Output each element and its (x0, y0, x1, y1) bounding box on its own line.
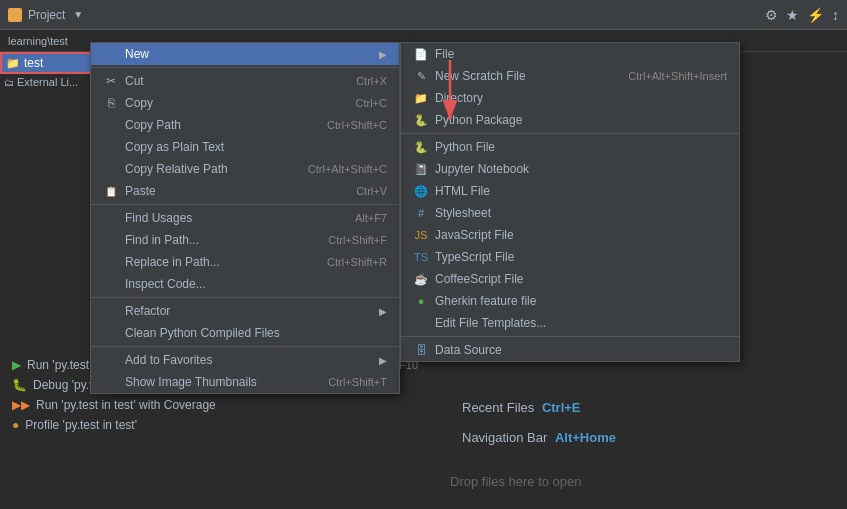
submenu-item-edit-templates[interactable]: Edit File Templates... (401, 312, 739, 334)
find-usages-icon (103, 210, 119, 226)
new-icon (103, 46, 119, 62)
refactor-arrow-icon: ▶ (379, 306, 387, 317)
submenu-item-python-package[interactable]: 🐍 Python Package (401, 109, 739, 131)
menu-item-favorites[interactable]: Add to Favorites ▶ (91, 349, 399, 371)
menu-item-find-usages[interactable]: Find Usages Alt+F7 (91, 207, 399, 229)
datasource-icon: 🗄 (413, 342, 429, 358)
context-menu: New ▶ ✂ Cut Ctrl+X ⎘ Copy Ctrl+C Copy Pa… (90, 42, 400, 394)
refactor-icon (103, 303, 119, 319)
jupyter-icon: 📓 (413, 161, 429, 177)
cut-icon: ✂ (103, 73, 119, 89)
html-label: HTML File (435, 184, 727, 198)
menu-item-thumbnails[interactable]: Show Image Thumbnails Ctrl+Shift+T (91, 371, 399, 393)
copy-relative-shortcut: Ctrl+Alt+Shift+C (308, 163, 387, 175)
find-path-icon (103, 232, 119, 248)
menu-item-replace[interactable]: Replace in Path... Ctrl+Shift+R (91, 251, 399, 273)
ext-lib-icon: 🗂 (4, 77, 14, 88)
menu-item-refactor[interactable]: Refactor ▶ (91, 300, 399, 322)
submenu-item-html[interactable]: 🌐 HTML File (401, 180, 739, 202)
paste-icon: 📋 (103, 183, 119, 199)
project-title: Project (28, 8, 65, 22)
file-label: File (435, 47, 727, 61)
menu-item-clean[interactable]: Clean Python Compiled Files (91, 322, 399, 344)
scratch-shortcut: Ctrl+Alt+Shift+Insert (628, 70, 727, 82)
python-package-icon: 🐍 (413, 112, 429, 128)
javascript-icon: JS (413, 227, 429, 243)
submenu-item-scratch[interactable]: ✎ New Scratch File Ctrl+Alt+Shift+Insert (401, 65, 739, 87)
menu-item-copy[interactable]: ⎘ Copy Ctrl+C (91, 92, 399, 114)
drop-zone-label: Drop files here to open (450, 474, 582, 489)
cut-shortcut: Ctrl+X (356, 75, 387, 87)
stylesheet-icon: # (413, 205, 429, 221)
clean-icon (103, 325, 119, 341)
ext-lib-label: External Li... (17, 76, 78, 88)
submenu-item-gherkin[interactable]: ● Gherkin feature file (401, 290, 739, 312)
new-label: New (125, 47, 379, 61)
copy-plain-icon (103, 139, 119, 155)
recent-files-label: Recent Files (462, 400, 534, 415)
thumbnails-label: Show Image Thumbnails (125, 375, 308, 389)
find-path-label: Find in Path... (125, 233, 308, 247)
test-folder-icon: 📁 (6, 57, 20, 70)
favorites-label: Add to Favorites (125, 353, 379, 367)
gherkin-icon: ● (413, 293, 429, 309)
project-folder-icon (8, 8, 22, 22)
python-file-icon: 🐍 (413, 139, 429, 155)
toolbar: Project ▼ ⚙ ★ ⚡ ↕ (0, 0, 847, 30)
scratch-label: New Scratch File (435, 69, 628, 83)
separator-1 (91, 67, 399, 68)
edit-templates-icon (413, 315, 429, 331)
submenu-item-python-file[interactable]: 🐍 Python File (401, 136, 739, 158)
copy-label: Copy (125, 96, 336, 110)
replace-icon (103, 254, 119, 270)
favorites-icon (103, 352, 119, 368)
replace-label: Replace in Path... (125, 255, 307, 269)
run-item-coverage[interactable]: ▶▶ Run 'py.test in test' with Coverage (0, 395, 430, 415)
python-file-label: Python File (435, 140, 727, 154)
thumbnails-shortcut: Ctrl+Shift+T (328, 376, 387, 388)
menu-item-copy-relative[interactable]: Copy Relative Path Ctrl+Alt+Shift+C (91, 158, 399, 180)
find-path-shortcut: Ctrl+Shift+F (328, 234, 387, 246)
copy-relative-icon (103, 161, 119, 177)
directory-label: Directory (435, 91, 727, 105)
profile-label: Profile 'py.test in test' (25, 418, 137, 432)
toolbar-actions: ⚙ ★ ⚡ ↕ (765, 7, 839, 23)
dropdown-arrow[interactable]: ▼ (73, 9, 83, 20)
menu-item-paste[interactable]: 📋 Paste Ctrl+V (91, 180, 399, 202)
menu-item-copy-path[interactable]: Copy Path Ctrl+Shift+C (91, 114, 399, 136)
jupyter-label: Jupyter Notebook (435, 162, 727, 176)
copy-shortcut: Ctrl+C (356, 97, 387, 109)
menu-item-copy-plain[interactable]: Copy as Plain Text (91, 136, 399, 158)
bolt-icon[interactable]: ⚡ (807, 7, 824, 23)
submenu-item-datasource[interactable]: 🗄 Data Source (401, 339, 739, 361)
menu-item-new[interactable]: New ▶ (91, 43, 399, 65)
menu-item-cut[interactable]: ✂ Cut Ctrl+X (91, 70, 399, 92)
star-icon[interactable]: ★ (786, 7, 799, 23)
submenu-item-directory[interactable]: 📁 Directory (401, 87, 739, 109)
submenu-separator-2 (401, 336, 739, 337)
copy-icon: ⎘ (103, 95, 119, 111)
submenu-item-javascript[interactable]: JS JavaScript File (401, 224, 739, 246)
copy-relative-label: Copy Relative Path (125, 162, 288, 176)
copy-plain-label: Copy as Plain Text (125, 140, 387, 154)
breadcrumb-path: learning\test (8, 35, 68, 47)
datasource-label: Data Source (435, 343, 727, 357)
submenu-item-typescript[interactable]: TS TypeScript File (401, 246, 739, 268)
menu-item-find-path[interactable]: Find in Path... Ctrl+Shift+F (91, 229, 399, 251)
recent-files-shortcut: Ctrl+E (542, 400, 581, 415)
submenu-item-jupyter[interactable]: 📓 Jupyter Notebook (401, 158, 739, 180)
menu-item-inspect[interactable]: Inspect Code... (91, 273, 399, 295)
coverage-icon: ▶▶ (12, 398, 30, 412)
sort-icon[interactable]: ↕ (832, 7, 839, 23)
separator-2 (91, 204, 399, 205)
submenu-item-file[interactable]: 📄 File (401, 43, 739, 65)
submenu-item-stylesheet[interactable]: # Stylesheet (401, 202, 739, 224)
submenu-item-coffeescript[interactable]: ☕ CoffeeScript File (401, 268, 739, 290)
refactor-label: Refactor (125, 304, 379, 318)
favorites-arrow-icon: ▶ (379, 355, 387, 366)
scratch-icon: ✎ (413, 68, 429, 84)
run-item-profile[interactable]: ● Profile 'py.test in test' (0, 415, 430, 435)
paste-shortcut: Ctrl+V (356, 185, 387, 197)
replace-shortcut: Ctrl+Shift+R (327, 256, 387, 268)
settings-icon[interactable]: ⚙ (765, 7, 778, 23)
